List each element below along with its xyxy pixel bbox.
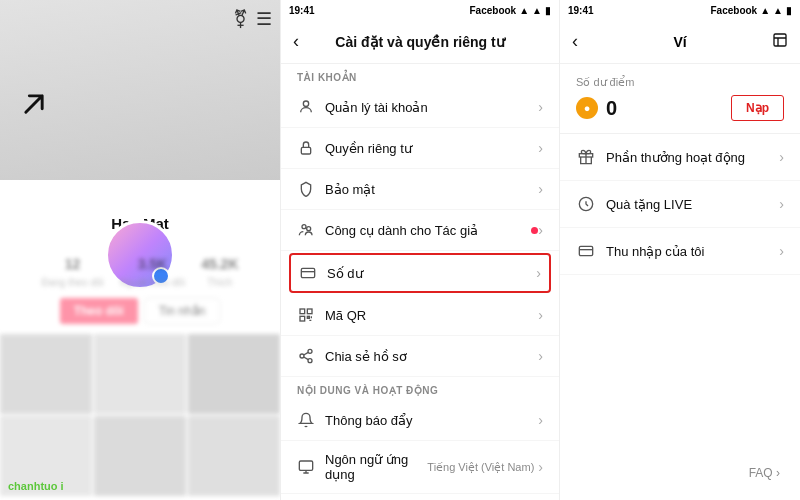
grid-thumb-1 [0,334,92,414]
gift-icon [576,147,596,167]
wallet-item-rewards[interactable]: Phần thưởng hoạt động › [560,134,800,181]
menu-icon[interactable]: ☰ [256,8,272,30]
chevron-right-icon: › [536,265,541,281]
menu-text-security: Bảo mật [325,182,538,197]
menu-text-qr: Mã QR [325,308,538,323]
chevron-right-icon: › [538,99,543,115]
menu-item-qr[interactable]: Mã QR › [281,295,559,336]
menu-text-notifications: Thông báo đẩy [325,413,538,428]
svg-point-0 [303,101,308,106]
wallet-back-button[interactable]: ‹ [572,31,578,52]
wallet-faq-area: FAQ › [560,275,800,307]
wallet-menu-text-income: Thu nhập của tôi [606,244,779,259]
wallet-header: ‹ Ví [560,20,800,64]
lock-icon [297,139,315,157]
balance-icon [299,264,317,282]
wallet-item-income[interactable]: Thu nhập của tôi › [560,228,800,275]
language-icon [297,458,315,476]
wallet-status-icons: Facebook ▲ ▲ ▮ [711,5,793,16]
wallet-edit-icon[interactable] [772,32,788,51]
svg-point-3 [307,227,311,231]
language-value: Tiếng Việt (Việt Nam) [427,461,534,474]
svg-rect-7 [300,316,305,321]
grid-thumb-5 [94,416,186,496]
menu-text-balance: Số dư [327,266,536,281]
menu-text-creator: Công cụ dành cho Tác giả [325,223,528,238]
balance-label: Số dư điểm [576,76,784,89]
signal-icon: ▲ [519,5,529,16]
coin-icon: ● [576,97,598,119]
svg-rect-1 [301,147,310,154]
svg-rect-24 [579,246,592,255]
menu-item-dark-mode[interactable]: Chế độ tối › [281,494,559,500]
grid-thumb-2 [94,334,186,414]
svg-line-13 [304,352,309,355]
wallet-title: Ví [673,34,686,50]
menu-item-security[interactable]: Bảo mật › [281,169,559,210]
chevron-right-icon: › [538,307,543,323]
menu-item-creator-tools[interactable]: Công cụ dành cho Tác giả › [281,210,559,251]
share-icon [297,347,315,365]
menu-item-account-manage[interactable]: Quản lý tài khoản › [281,87,559,128]
svg-line-12 [304,357,309,360]
time: 19:41 [289,5,315,16]
menu-text-language: Ngôn ngữ ứng dụng [325,452,427,482]
watermark: chanhtuo i [8,480,64,492]
battery-icon: ▮ [786,5,792,16]
faq-link[interactable]: FAQ › [749,466,780,480]
settings-panel: 19:41 Facebook ▲ ▲ ▮ ‹ Cài đặt và quyền … [280,0,560,500]
wallet-time: 19:41 [568,5,594,16]
menu-item-share-profile[interactable]: Chia sẻ hồ sơ › [281,336,559,377]
wallet-status-bar: 19:41 Facebook ▲ ▲ ▮ [560,0,800,20]
bell-icon [297,411,315,429]
svg-rect-4 [301,268,314,277]
svg-rect-20 [774,34,786,46]
follow-button[interactable]: Theo dõi [60,298,138,324]
menu-item-privacy[interactable]: Quyền riêng tư › [281,128,559,169]
menu-text-share: Chia sẻ hồ sơ [325,349,538,364]
profile-actions: Theo dõi Tin nhắn [10,298,270,324]
chevron-right-icon: › [538,181,543,197]
shield-icon [297,180,315,198]
svg-point-11 [308,359,312,363]
battery-icon: ▮ [545,5,551,16]
wallet-balance-section: Số dư điểm ● 0 Nạp [560,64,800,134]
menu-item-notifications[interactable]: Thông báo đẩy › [281,400,559,441]
message-button[interactable]: Tin nhắn [144,298,221,324]
profile-grid [0,334,280,496]
signal-icon: ▲ [760,5,770,16]
chevron-right-icon: › [779,243,784,259]
svg-point-10 [300,354,304,358]
chevron-right-icon: › [538,412,543,428]
status-icons: Facebook ▲ ▲ ▮ [470,5,552,16]
headset-icon[interactable]: ⚧ [233,8,248,30]
balance-number: 0 [606,97,617,120]
chevron-right-icon: › [779,196,784,212]
wifi-icon: ▲ [532,5,542,16]
status-bar: 19:41 Facebook ▲ ▲ ▮ [281,0,559,20]
chevron-right-icon: › [538,348,543,364]
chevron-right-icon: › [538,222,543,238]
svg-rect-14 [299,461,312,470]
settings-header: ‹ Cài đặt và quyền riêng tư [281,20,559,64]
nap-button[interactable]: Nạp [731,95,784,121]
svg-point-2 [302,225,306,229]
grid-thumb-6 [188,416,280,496]
wifi-icon: ▲ [773,5,783,16]
menu-item-language[interactable]: Ngôn ngữ ứng dụng Tiếng Việt (Việt Nam) … [281,441,559,494]
svg-point-9 [308,349,312,353]
menu-text-account: Quản lý tài khoản [325,100,538,115]
wallet-item-live-gifts[interactable]: Quà tặng LIVE › [560,181,800,228]
grid-thumb-3 [188,334,280,414]
menu-item-balance[interactable]: Số dư › [289,253,551,293]
chevron-right-icon: › [779,149,784,165]
balance-amount: ● 0 [576,97,617,120]
settings-back-button[interactable]: ‹ [293,31,299,52]
wallet-panel: 19:41 Facebook ▲ ▲ ▮ ‹ Ví Số dư điểm ● 0… [560,0,800,500]
settings-title: Cài đặt và quyền riêng tư [335,34,504,50]
svg-rect-6 [307,309,312,314]
creator-icon [297,221,315,239]
income-icon [576,241,596,261]
section-content-label: NỘI DUNG VÀ HOẠT ĐỘNG [281,377,559,400]
user-icon [297,98,315,116]
